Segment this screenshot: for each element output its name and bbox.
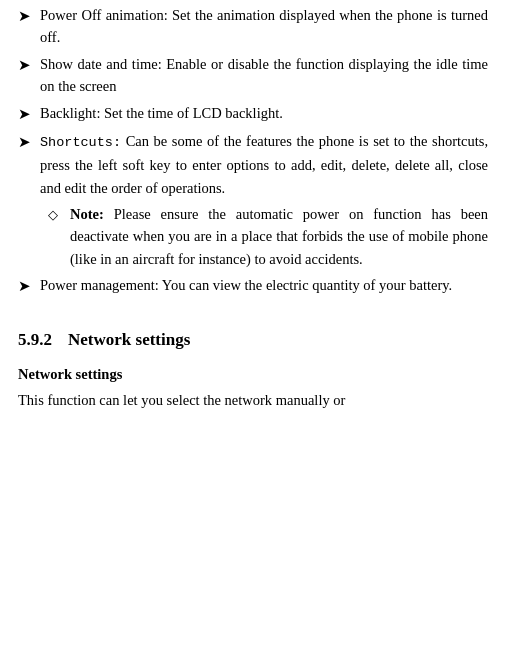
note-text: Note: Please ensure the automatic power … [70, 203, 488, 270]
bullet-arrow-power-mgmt: ➤ [18, 274, 40, 298]
bullet-shortcuts: ➤ Shortcuts: Can be some of the features… [18, 130, 488, 199]
bullet-arrow-show-date: ➤ [18, 53, 40, 77]
power-management-text: Power management: You can view the elect… [40, 274, 488, 296]
show-date-text: Show date and time: Enable or disable th… [40, 53, 488, 98]
bullet-arrow-power-off: ➤ [18, 4, 40, 28]
network-settings-body: This function can let you select the net… [18, 389, 488, 411]
bullet-arrow-shortcuts: ➤ [18, 130, 40, 154]
bullet-power-off: ➤ Power Off animation: Set the animation… [18, 4, 488, 49]
network-settings-label: Network settings [18, 363, 488, 385]
bullet-arrow-backlight: ➤ [18, 102, 40, 126]
shortcuts-text: Shortcuts: Can be some of the features t… [40, 130, 488, 199]
shortcuts-monospace: Shortcuts: [40, 135, 121, 150]
section-number: 5.9.2 [18, 327, 52, 353]
diamond-bullet-icon: ◇ [48, 203, 70, 225]
bullet-power-management: ➤ Power management: You can view the ele… [18, 274, 488, 298]
content-wrapper: ➤ Power Off animation: Set the animation… [18, 0, 488, 412]
power-off-text: Power Off animation: Set the animation d… [40, 4, 488, 49]
section-heading: 5.9.2 Network settings [18, 327, 488, 353]
section-title: Network settings [68, 327, 190, 353]
backlight-text: Backlight: Set the time of LCD backlight… [40, 102, 488, 124]
note-item: ◇ Note: Please ensure the automatic powe… [48, 203, 488, 270]
bullet-backlight: ➤ Backlight: Set the time of LCD backlig… [18, 102, 488, 126]
note-bold-label: Note: [70, 206, 104, 222]
note-body: Please ensure the automatic power on fun… [70, 206, 488, 267]
bullet-show-date: ➤ Show date and time: Enable or disable … [18, 53, 488, 98]
